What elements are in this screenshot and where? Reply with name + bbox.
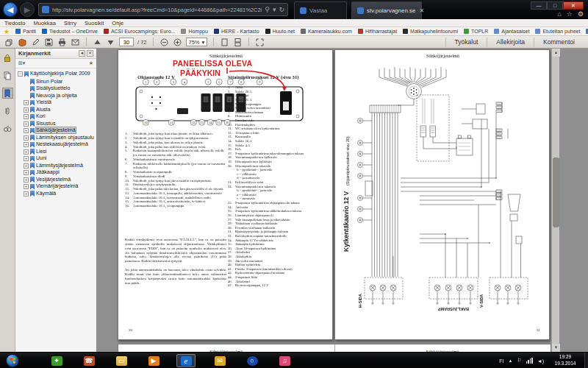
sign-button[interactable]: Allekirjoita xyxy=(487,38,534,47)
zoom-level-select[interactable]: 75% ▾ xyxy=(186,38,208,46)
search-icon[interactable]: ⚲ xyxy=(265,6,270,13)
favorite-kameralaukku-com[interactable]: Kameralaukku.com xyxy=(301,29,352,34)
maximize-button[interactable]: □ xyxy=(547,1,563,10)
show-desktop-button[interactable] xyxy=(584,353,588,368)
zoom-out-icon[interactable] xyxy=(159,38,169,46)
bookmark-item-kori[interactable]: +Kori xyxy=(24,113,95,120)
vertical-scrollbar[interactable]: ▲ ▼ xyxy=(551,49,559,352)
bookmark-item-j-kaappi[interactable]: +Jääkaappi xyxy=(24,169,95,176)
expand-icon[interactable]: + xyxy=(24,142,29,147)
next-page-icon[interactable] xyxy=(106,38,115,46)
favorite-ajantasaiset[interactable]: Ajantasaiset xyxy=(494,29,529,34)
fullscreen-icon[interactable] xyxy=(255,38,265,46)
taskbar-folder[interactable]: ▭ xyxy=(112,354,131,367)
tools-button[interactable]: Työkalut xyxy=(445,38,487,47)
favorite-etuteltan-puheet[interactable]: Etuteltan puheet xyxy=(535,29,580,34)
settings-gear-icon[interactable]: ⚙ xyxy=(578,10,584,18)
bookmark-item-sisustus[interactable]: +Sisustus xyxy=(24,121,95,127)
taskbar-clock[interactable]: 19:29 19.3.2014 xyxy=(548,354,582,367)
bookmark-item-vesij-rjestelm[interactable]: +Vesijärjestelmä xyxy=(24,177,95,183)
save-icon[interactable] xyxy=(44,38,54,46)
menu-muokkaa[interactable]: Muokkaa xyxy=(34,20,56,26)
collapse-icon[interactable]: − xyxy=(18,71,23,77)
bookmark-item-k-ym-l[interactable]: +Käymälä xyxy=(24,191,95,197)
expand-icon[interactable]: + xyxy=(24,163,29,169)
network-icon[interactable] xyxy=(526,358,533,364)
expand-icon[interactable]: + xyxy=(24,184,29,189)
favorites-bar-star-icon[interactable]: ★ xyxy=(4,28,10,35)
dropdown-icon[interactable]: ▾ xyxy=(273,6,276,13)
scrollbar-thumb[interactable] xyxy=(553,158,559,227)
favorite-hifiharrastajat[interactable]: Hifiharrastajat xyxy=(358,29,397,34)
expand-icon[interactable]: + xyxy=(24,100,29,105)
page-thumbnails-icon[interactable] xyxy=(2,70,13,81)
favorite-homppu[interactable]: Homppu xyxy=(181,29,207,34)
menu-suosikit[interactable]: Suosikit xyxy=(85,20,104,26)
taskbar-internet-explorer[interactable]: e xyxy=(176,354,196,367)
bookmark-item-l-mmitysj-rjestelm[interactable]: +Lämmitysjärjestelmä xyxy=(24,163,95,169)
previous-page-icon[interactable] xyxy=(93,38,102,46)
bookmark-item-l-mmityksen-ohjaustaulu[interactable]: +Lämmityksen ohjaustaulu xyxy=(24,135,95,141)
favorite-acsi-eurocampings-euro[interactable]: ACSI Eurocampings: Euro... xyxy=(104,29,176,34)
favorite-pantti[interactable]: Pantti xyxy=(15,29,36,34)
expand-icon[interactable]: + xyxy=(24,156,29,161)
comment-button[interactable]: Kommentoi xyxy=(534,38,584,47)
tray-expand-icon[interactable]: ▲ xyxy=(509,358,513,363)
scrolling-view-icon[interactable] xyxy=(233,38,243,46)
document-area[interactable]: Sähköjärjestelmä PANEELISSA OLEVA PÄÄKYK… xyxy=(97,49,588,352)
scroll-up-icon[interactable]: ▲ xyxy=(552,49,560,57)
edit-icon[interactable] xyxy=(31,38,40,46)
start-button[interactable] xyxy=(6,354,19,367)
expand-icon[interactable]: + xyxy=(24,191,29,197)
expand-icon[interactable]: + xyxy=(24,107,29,113)
address-bar[interactable]: http://stv.polarvagnen.se/default.asp?fr… xyxy=(38,3,288,16)
back-button[interactable]: ◀ xyxy=(3,2,18,17)
bookmark-item-neuvoja-ja-ohjeita[interactable]: Neuvoja ja ohjeita xyxy=(24,93,95,99)
tab-close-icon[interactable]: ✕ xyxy=(416,7,425,14)
lock-icon[interactable] xyxy=(2,52,13,63)
taskbar-app-2[interactable]: ☎ xyxy=(79,354,98,367)
minimize-button[interactable]: — xyxy=(531,1,547,10)
favorite-huuto-net[interactable]: Huuto.net xyxy=(265,29,295,34)
taskbar-app-1[interactable]: ✦ xyxy=(47,354,66,367)
tab-polarvagnen[interactable]: stv.polarvagnen.se ✕ xyxy=(351,1,422,19)
scroll-down-icon[interactable]: ▼ xyxy=(552,344,560,352)
panel-options-icon[interactable]: ◄ xyxy=(79,50,85,57)
bookmark-root[interactable]: − Käyttöohjekirja Polar 2009 xyxy=(18,71,95,77)
zoom-in-icon[interactable] xyxy=(173,38,182,46)
bookmark-item-nestekaasuj-rjestelm[interactable]: +Nestekaasujärjestelmä xyxy=(24,141,95,148)
signatures-icon[interactable] xyxy=(2,123,13,134)
taskbar-mail[interactable]: ✉ xyxy=(210,354,229,367)
url-text[interactable]: http://stv.polarvagnen.se/default.asp?fr… xyxy=(52,7,262,13)
favorite-toplr[interactable]: TOPLR xyxy=(464,29,488,34)
email-icon[interactable] xyxy=(71,38,80,46)
expand-icon[interactable]: + xyxy=(24,177,29,183)
bookmark-item-yleist[interactable]: +Yleistä xyxy=(24,99,95,106)
taskbar-media-player[interactable]: ▶ xyxy=(144,354,163,367)
expand-icon[interactable]: + xyxy=(24,170,29,175)
open-file-icon[interactable] xyxy=(4,38,14,46)
bookmark-item-viem-rij-rjestelm[interactable]: +Viemärijärjestelmä xyxy=(24,183,95,190)
action-center-flag-icon[interactable]: ⚐ xyxy=(517,358,521,364)
tab-vastaa[interactable]: Vastaa xyxy=(294,1,347,19)
menu-tiedosto[interactable]: Tiedosto xyxy=(4,20,26,26)
volume-icon[interactable]: ◄) xyxy=(537,358,544,364)
expand-icon[interactable]: + xyxy=(24,114,29,119)
home-icon[interactable]: ⌂ xyxy=(557,10,561,18)
favorite-matkapuhelinfoorumi[interactable]: Matkapuhelinfoorumi xyxy=(403,29,458,34)
expand-icon[interactable]: + xyxy=(24,135,29,141)
taskbar-music[interactable]: ♫ xyxy=(275,354,294,367)
taskbar-app-3[interactable]: ○ xyxy=(243,354,262,367)
print-icon[interactable] xyxy=(57,38,67,46)
expand-icon[interactable]: + xyxy=(24,149,29,155)
bookmark-item-sis-llysluettelo[interactable]: Sisällysluettelo xyxy=(24,85,95,92)
bookmark-item-uuni[interactable]: +Uuni xyxy=(24,155,95,162)
close-button[interactable]: ✕ xyxy=(563,1,584,10)
menu-siirry[interactable]: Siirry xyxy=(64,20,76,26)
language-indicator[interactable]: FI xyxy=(499,358,503,364)
expand-icon[interactable]: + xyxy=(24,128,29,133)
bookmark-item-alusta[interactable]: +Alusta xyxy=(24,107,95,113)
favorite-here-kartasto[interactable]: HERE - Kartasto xyxy=(214,29,259,34)
create-pdf-icon[interactable] xyxy=(18,38,27,46)
favorite-tiedostot-onedrive[interactable]: Tiedostot – OneDrive xyxy=(42,29,98,34)
